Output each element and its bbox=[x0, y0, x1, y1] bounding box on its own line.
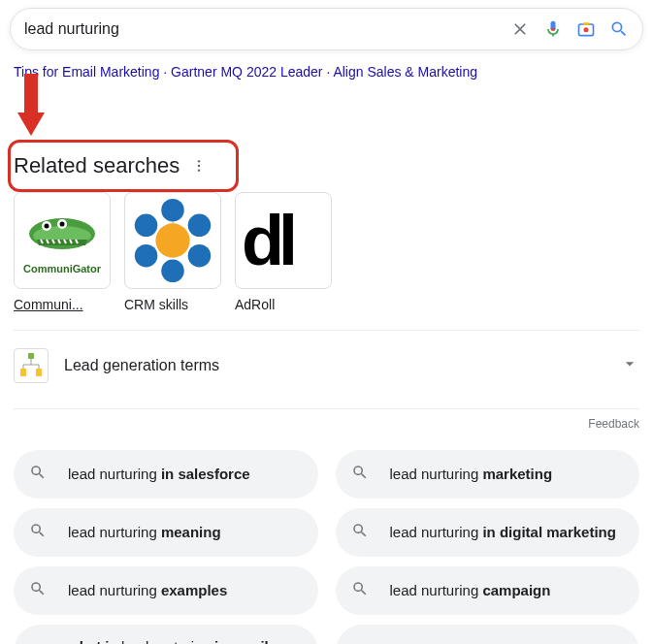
related-searches-header: Related searches bbox=[14, 153, 639, 178]
svg-rect-26 bbox=[36, 369, 42, 376]
related-searches-title: Related searches bbox=[14, 153, 180, 178]
related-card-label: Communi... bbox=[14, 297, 111, 312]
ad-link-2[interactable]: Align Sales & Marketing bbox=[333, 64, 477, 80]
svg-point-11 bbox=[60, 222, 65, 227]
more-options-icon[interactable] bbox=[191, 158, 207, 174]
search-icon[interactable] bbox=[609, 19, 629, 39]
search-input[interactable] bbox=[24, 20, 510, 38]
chip-label: lead nurturing meaning bbox=[68, 524, 221, 541]
related-chip[interactable]: lead nurturing meaning bbox=[14, 508, 318, 557]
chip-label: lead nurturing marketing bbox=[390, 466, 553, 483]
adroll-thumbnail: dl bbox=[235, 192, 332, 289]
svg-point-18 bbox=[135, 214, 158, 238]
related-chip[interactable]: lead nurturing campaign bbox=[336, 566, 640, 615]
svg-rect-25 bbox=[20, 369, 26, 376]
svg-point-15 bbox=[188, 244, 212, 268]
expander-thumbnail bbox=[14, 348, 49, 383]
chevron-down-icon bbox=[620, 354, 639, 377]
related-card-label: AdRoll bbox=[235, 297, 332, 312]
search-icon bbox=[29, 522, 47, 543]
search-icon bbox=[351, 522, 369, 543]
chip-label: lead nurturing examples bbox=[68, 582, 227, 599]
search-icon bbox=[29, 464, 47, 485]
divider bbox=[14, 408, 639, 409]
image-search-icon[interactable] bbox=[576, 19, 596, 39]
related-chip[interactable]: lead nurturing marketing bbox=[336, 450, 640, 499]
svg-point-14 bbox=[188, 214, 212, 238]
svg-point-5 bbox=[198, 169, 200, 171]
svg-point-12 bbox=[155, 223, 189, 257]
svg-point-1 bbox=[584, 27, 589, 32]
communigator-thumbnail: CommuniGator bbox=[14, 192, 111, 289]
svg-point-9 bbox=[45, 224, 49, 229]
divider bbox=[14, 330, 639, 331]
crm-skills-thumbnail bbox=[124, 192, 221, 289]
lead-generation-terms-expander[interactable]: Lead generation terms bbox=[14, 340, 639, 391]
related-card-label: CRM skills bbox=[124, 297, 221, 312]
related-card-crm-skills[interactable]: CRM skills bbox=[124, 192, 221, 312]
search-bar bbox=[10, 8, 643, 50]
chip-label: lead nurturing in digital marketing bbox=[390, 524, 616, 541]
search-icon bbox=[29, 580, 47, 601]
voice-search-icon[interactable] bbox=[543, 19, 563, 39]
svg-rect-2 bbox=[583, 22, 590, 25]
related-chip[interactable]: lead nurturing in salesforce bbox=[14, 450, 318, 499]
expander-label: Lead generation terms bbox=[64, 357, 620, 374]
annotation-arrow-icon bbox=[14, 74, 653, 145]
chip-label: lead nurturing campaign bbox=[390, 582, 551, 599]
svg-point-13 bbox=[161, 199, 184, 222]
chip-label: lead nurturing in salesforce bbox=[68, 466, 250, 483]
search-icon bbox=[351, 464, 369, 485]
related-card-communigator[interactable]: CommuniGator Communi... bbox=[14, 192, 111, 312]
ad-link-1[interactable]: Gartner MQ 2022 Leader bbox=[171, 64, 322, 80]
related-chip[interactable]: what is lead nurturing in email marketin… bbox=[14, 625, 318, 644]
search-bar-icons bbox=[510, 19, 629, 39]
clear-icon[interactable] bbox=[510, 19, 530, 39]
svg-point-16 bbox=[161, 260, 184, 283]
chip-label: what is lead nurturing in email marketin… bbox=[68, 638, 303, 644]
related-search-chips: lead nurturing in salesforce lead nurtur… bbox=[14, 450, 639, 644]
feedback-link[interactable]: Feedback bbox=[14, 417, 639, 431]
search-icon bbox=[351, 580, 369, 601]
svg-point-4 bbox=[198, 165, 200, 167]
svg-rect-20 bbox=[28, 353, 34, 359]
related-chip[interactable]: lead nurturing in digital marketing bbox=[336, 508, 640, 557]
related-card-adroll[interactable]: dl AdRoll bbox=[235, 192, 332, 312]
svg-point-17 bbox=[135, 244, 158, 268]
related-chip[interactable]: b2b lead nurturing bbox=[336, 625, 640, 644]
related-chip[interactable]: lead nurturing examples bbox=[14, 566, 318, 615]
related-cards-row: CommuniGator Communi... CRM skills dl Ad… bbox=[14, 192, 639, 312]
svg-point-3 bbox=[198, 160, 200, 162]
